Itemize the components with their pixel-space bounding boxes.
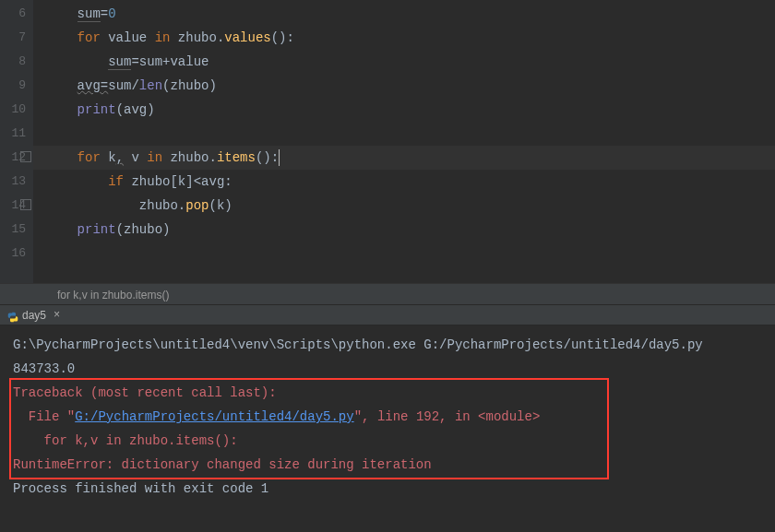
code-line[interactable]: sum=0	[33, 2, 775, 26]
code-editor[interactable]: 678910111213141516 sum=0 for value in zh…	[0, 0, 775, 283]
code-line[interactable]: zhubo.pop(k)	[33, 194, 775, 218]
code-line[interactable]: print(avg)	[33, 98, 775, 122]
code-line[interactable]: for value in zhubo.values():	[33, 26, 775, 50]
breadcrumb-text: for k,v in zhubo.items()	[57, 289, 169, 301]
python-icon	[7, 310, 18, 321]
code-area[interactable]: sum=0 for value in zhubo.values(): sum=s…	[33, 0, 775, 283]
console-command-line: G:\PycharmProjects\untitled4\venv\Script…	[13, 333, 762, 357]
line-number: 11	[0, 122, 26, 146]
run-console[interactable]: G:\PycharmProjects\untitled4\venv\Script…	[0, 325, 775, 532]
code-line[interactable]: print(zhubo)	[33, 218, 775, 242]
traceback-file-line: File "G:/PycharmProjects/untitled4/day5.…	[13, 405, 762, 429]
line-number: 16	[0, 242, 26, 266]
breadcrumb[interactable]: for k,v in zhubo.items()	[0, 283, 775, 305]
traceback-file-link[interactable]: G:/PycharmProjects/untitled4/day5.py	[75, 409, 353, 424]
line-number: 10	[0, 98, 26, 122]
line-number: 8	[0, 50, 26, 74]
run-tab-bar[interactable]: day5 ×	[0, 305, 775, 325]
line-number: 6	[0, 2, 26, 26]
run-tab-label[interactable]: day5	[22, 305, 46, 325]
console-output-value: 843733.0	[13, 357, 762, 381]
line-number-gutter: 678910111213141516	[0, 0, 33, 283]
fold-marker-icon[interactable]	[20, 199, 31, 210]
traceback-code-line: for k,v in zhubo.items():	[13, 429, 762, 453]
text-caret	[279, 149, 280, 166]
close-icon[interactable]: ×	[54, 305, 60, 325]
code-line[interactable]: avg=sum/len(zhubo)	[33, 74, 775, 98]
traceback-error-line: RuntimeError: dictionary changed size du…	[13, 453, 762, 477]
traceback-header: Traceback (most recent call last):	[13, 381, 762, 405]
line-number: 15	[0, 218, 26, 242]
code-line[interactable]	[33, 242, 775, 266]
code-line[interactable]: sum=sum+value	[33, 50, 775, 74]
code-line[interactable]: if zhubo[k]<avg:	[33, 170, 775, 194]
console-exit-line: Process finished with exit code 1	[13, 477, 762, 501]
code-line[interactable]	[33, 122, 775, 146]
line-number: 7	[0, 26, 26, 50]
line-number: 13	[0, 170, 26, 194]
line-number: 9	[0, 74, 26, 98]
fold-marker-icon[interactable]	[20, 151, 31, 162]
code-line[interactable]: for k, v in zhubo.items():	[33, 146, 775, 170]
